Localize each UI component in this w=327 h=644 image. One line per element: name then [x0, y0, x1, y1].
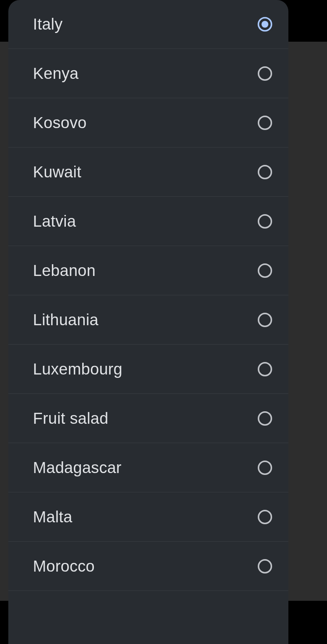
selection-dialog: Italy Kenya Kosovo Kuwait Latvia Le: [8, 0, 288, 644]
svg-point-10: [258, 461, 271, 474]
radio-unselected-icon: [257, 312, 272, 327]
radio-unselected-icon: [257, 559, 272, 574]
list-item-luxembourg[interactable]: Luxembourg: [8, 345, 288, 394]
svg-point-9: [258, 412, 271, 425]
list-item-kosovo[interactable]: Kosovo: [8, 98, 288, 147]
list-item-label: Kenya: [33, 64, 79, 83]
list-item-lithuania[interactable]: Lithuania: [8, 295, 288, 345]
svg-point-1: [262, 21, 268, 28]
svg-point-12: [258, 560, 271, 573]
list-item-lebanon[interactable]: Lebanon: [8, 246, 288, 295]
svg-point-5: [258, 215, 271, 228]
radio-unselected-icon: [257, 460, 272, 475]
radio-unselected-icon: [257, 214, 272, 229]
radio-unselected-icon: [257, 411, 272, 426]
list-item-kuwait[interactable]: Kuwait: [8, 147, 288, 197]
svg-point-11: [258, 511, 271, 523]
svg-point-3: [258, 116, 271, 129]
list-item-italy[interactable]: Italy: [8, 0, 288, 49]
radio-unselected-icon: [257, 263, 272, 278]
list-item-label: Malta: [33, 508, 72, 526]
list-item-label: Kosovo: [33, 114, 87, 132]
list-item-label: Kuwait: [33, 163, 81, 181]
list-item-label: Luxembourg: [33, 360, 122, 378]
list-item-label: Italy: [33, 15, 63, 33]
svg-point-2: [258, 67, 271, 80]
radio-unselected-icon: [257, 66, 272, 81]
svg-point-6: [258, 264, 271, 277]
list-item-malta[interactable]: Malta: [8, 492, 288, 542]
radio-unselected-icon: [257, 115, 272, 130]
list-item-morocco[interactable]: Morocco: [8, 542, 288, 591]
list-item-label: Lithuania: [33, 311, 98, 329]
radio-selected-icon: [257, 17, 272, 32]
radio-unselected-icon: [257, 165, 272, 180]
svg-point-4: [258, 166, 271, 179]
list-item-kenya[interactable]: Kenya: [8, 49, 288, 98]
list-item-madagascar[interactable]: Madagascar: [8, 443, 288, 492]
list-item-label: Madagascar: [33, 459, 121, 477]
list-item-label: Morocco: [33, 557, 95, 575]
radio-unselected-icon: [257, 362, 272, 377]
list-item-label: Fruit salad: [33, 409, 108, 428]
list-item-label: Lebanon: [33, 262, 96, 280]
list-item-latvia[interactable]: Latvia: [8, 197, 288, 246]
svg-point-7: [258, 313, 271, 326]
radio-unselected-icon: [257, 509, 272, 525]
svg-point-8: [258, 363, 271, 376]
list-item-fruit-salad[interactable]: Fruit salad: [8, 394, 288, 443]
list-item-label: Latvia: [33, 212, 76, 230]
